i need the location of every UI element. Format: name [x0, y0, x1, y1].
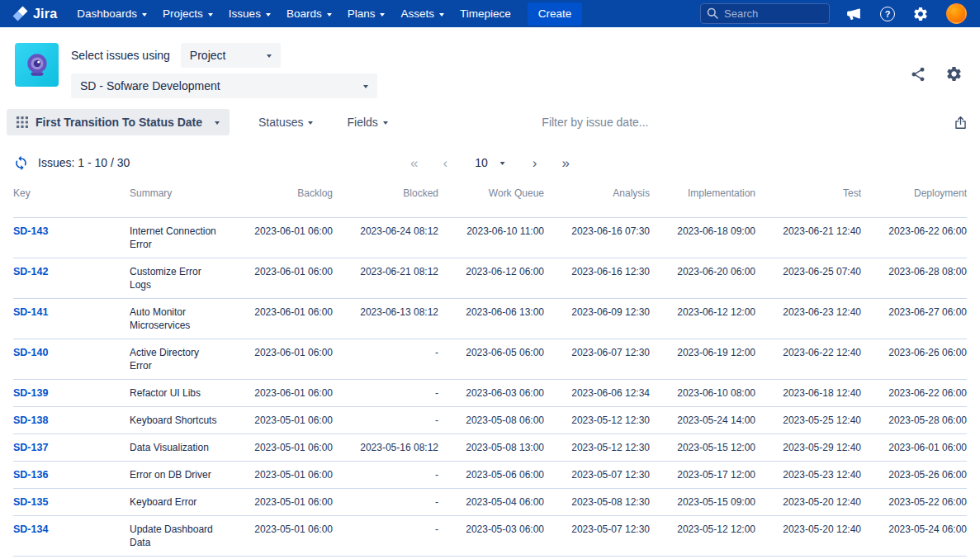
transition-date-dropdown[interactable]: First Transition To Status Date — [7, 109, 230, 135]
issue-key-link[interactable]: SD-137 — [13, 434, 130, 461]
date-cell: 2023-06-28 08:00 — [861, 258, 967, 285]
project-dropdown[interactable]: SD - Sofware Development — [71, 73, 377, 98]
nav-item-dashboards[interactable]: Dashboards — [77, 7, 147, 20]
date-cell: 2023-05-22 06:00 — [861, 489, 967, 515]
nav-item-timepiece[interactable]: Timepiece — [460, 7, 511, 20]
date-cell: 2023-06-03 06:00 — [438, 380, 544, 406]
date-cell: 2023-06-06 12:34 — [544, 380, 650, 406]
nav-item-label: Projects — [163, 7, 203, 20]
gear-icon — [945, 65, 963, 83]
pager-controls: « ‹ 10 › » — [408, 155, 572, 170]
help-button[interactable]: ? — [880, 7, 895, 21]
chevron-down-icon — [380, 13, 385, 17]
date-cell: 2023-06-01 06:00 — [861, 434, 967, 461]
chevron-down-icon — [266, 13, 271, 17]
select-mode-dropdown[interactable]: Project — [181, 43, 281, 68]
date-cell: - — [333, 339, 438, 366]
date-cell: - — [333, 516, 438, 542]
nav-item-boards[interactable]: Boards — [286, 7, 332, 20]
fields-dropdown[interactable]: Fields — [342, 115, 392, 130]
date-cell: 2023-06-10 08:00 — [650, 380, 755, 406]
date-cell: 2023-05-12 12:00 — [650, 516, 755, 542]
export-button[interactable] — [953, 115, 968, 130]
jira-home-link[interactable]: Jira — [12, 5, 57, 22]
date-cell: 2023-06-16 12:30 — [544, 258, 650, 285]
issue-key-link[interactable]: SD-135 — [13, 489, 130, 515]
issue-key-link[interactable]: SD-141 — [13, 299, 130, 325]
nav-item-label: Dashboards — [77, 7, 137, 20]
issue-date-filter-input[interactable] — [410, 115, 953, 130]
chevron-down-icon — [215, 121, 220, 125]
issue-key-link[interactable]: SD-140 — [13, 339, 130, 366]
issue-summary: Data Visualization — [130, 434, 227, 461]
issue-key-link[interactable]: SD-142 — [13, 258, 130, 285]
filter-toolbar: First Transition To Status Date Statuses… — [0, 109, 980, 135]
date-cell: 2023-05-08 12:30 — [544, 489, 650, 515]
search-input[interactable] — [700, 3, 830, 24]
column-header-implementation: Implementation — [650, 187, 755, 217]
last-page-button[interactable]: » — [559, 156, 571, 170]
share-button[interactable] — [910, 65, 926, 83]
global-search — [700, 3, 830, 24]
nav-item-issues[interactable]: Issues — [229, 7, 271, 20]
date-cell: 2023-06-09 12:30 — [544, 299, 650, 325]
nav-item-label: Plans — [348, 7, 376, 20]
issue-summary: Update Dashboard Data — [130, 516, 227, 556]
chevron-down-icon — [383, 121, 388, 125]
date-cell: 2023-05-24 06:00 — [861, 516, 967, 542]
nav-item-projects[interactable]: Projects — [163, 7, 213, 20]
nav-item-label: Timepiece — [460, 7, 511, 20]
chevron-down-icon — [267, 54, 272, 58]
statuses-dropdown[interactable]: Statuses — [253, 115, 318, 130]
issue-key-link[interactable]: SD-143 — [13, 218, 130, 244]
issue-key-link[interactable]: SD-136 — [13, 462, 130, 488]
nav-item-assets[interactable]: Assets — [400, 7, 444, 20]
column-header-analysis: Analysis — [544, 187, 650, 217]
column-header-key: Key — [13, 187, 130, 217]
date-cell: 2023-06-24 08:12 — [333, 218, 438, 244]
date-cell: 2023-05-23 12:40 — [755, 462, 861, 488]
nav-item-plans[interactable]: Plans — [348, 7, 386, 20]
date-cell: 2023-05-15 09:00 — [650, 489, 755, 515]
date-cell: 2023-05-20 12:40 — [755, 489, 861, 515]
issue-key-link[interactable]: SD-134 — [13, 516, 130, 542]
share-icon — [910, 66, 926, 83]
page-size-dropdown[interactable]: 10 — [470, 155, 510, 170]
date-cell: - — [333, 407, 438, 433]
announcements-button[interactable] — [845, 5, 863, 22]
date-cell: 2023-05-07 12:30 — [544, 462, 650, 488]
fields-label: Fields — [347, 116, 377, 129]
grid-icon — [17, 116, 28, 128]
date-cell: 2023-06-01 06:00 — [227, 258, 333, 285]
user-avatar[interactable] — [946, 3, 967, 24]
date-cell: 2023-06-01 06:00 — [227, 380, 333, 406]
date-cell: 2023-05-01 06:00 — [227, 462, 333, 488]
export-icon — [953, 115, 968, 130]
jira-logo-icon — [12, 5, 29, 22]
issue-key-link[interactable]: SD-139 — [13, 380, 130, 406]
select-mode-value: Project — [190, 49, 226, 62]
chevron-down-icon — [327, 13, 332, 17]
date-cell: 2023-05-12 12:30 — [544, 407, 650, 433]
next-page-button[interactable]: › — [530, 156, 540, 170]
first-page-button[interactable]: « — [408, 156, 420, 170]
chevron-down-icon — [308, 121, 313, 125]
date-cell: 2023-05-06 06:00 — [438, 462, 544, 488]
project-dropdown-value: SD - Sofware Development — [80, 79, 220, 92]
issue-summary: Auto Monitor Microservices — [130, 299, 227, 339]
table-body: SD-143Internet Connection Error2023-06-0… — [13, 217, 967, 557]
nav-item-label: Assets — [400, 7, 434, 20]
date-cell: 2023-06-26 06:00 — [861, 339, 967, 366]
app-icon — [15, 43, 59, 87]
table-row: SD-141Auto Monitor Microservices2023-06-… — [13, 299, 967, 339]
settings-button[interactable] — [912, 6, 929, 22]
issue-key-link[interactable]: SD-138 — [13, 407, 130, 433]
create-button[interactable]: Create — [528, 2, 583, 26]
gadget-settings-button[interactable] — [945, 65, 963, 83]
date-cell: 2023-05-17 12:00 — [650, 462, 755, 488]
issues-count-label: Issues: 1 - 10 / 30 — [38, 156, 130, 169]
date-cell: 2023-06-22 06:00 — [861, 380, 967, 406]
date-cell: 2023-06-20 06:00 — [650, 258, 755, 285]
refresh-button[interactable] — [13, 155, 29, 171]
prev-page-button[interactable]: ‹ — [441, 156, 451, 170]
